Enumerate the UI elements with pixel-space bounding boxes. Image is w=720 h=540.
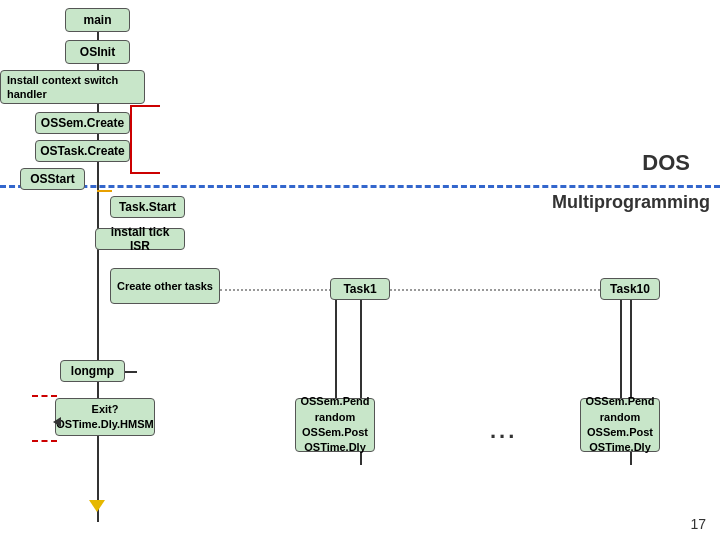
install-context-box: Install context switch handler [0,70,145,104]
red-bracket-left [130,105,132,173]
installtick-box: install tick ISR [95,228,185,250]
ossemcreate-box: OSSem.Create [35,112,130,134]
exit-dash-2 [32,440,57,442]
dotted-connector-2 [390,289,600,291]
osstart-connector [97,190,112,192]
osstart-box: OSStart [20,168,85,190]
taskstart-box: Task.Start [110,196,185,218]
ossempend2-box: OSSem.Pend random OSSem.Post OSTime.Dly [580,398,660,452]
dotted-connector-1 [220,289,335,291]
ossempend1-box: OSSem.Pend random OSSem.Post OSTime.Dly [295,398,375,452]
main-box: main [65,8,130,32]
exit-left-arrow [53,417,61,427]
page-number: 17 [690,516,706,532]
ellipsis-dots: ... [490,418,517,444]
osinit-box: OSInit [65,40,130,64]
red-bracket-top [130,105,160,107]
main-vline [97,32,99,522]
dashed-divider [0,185,720,188]
longmp-box: longmp [60,360,125,382]
createothertasks-box: Create other tasks [110,268,220,304]
task1-connector [335,300,337,400]
task10-box: Task10 [600,278,660,300]
exit-dash-1 [32,395,57,397]
task1-box: Task1 [330,278,390,300]
task10-connector [620,300,622,400]
red-bracket-bottom [130,172,160,174]
multiprogramming-label: Multiprogramming [552,192,710,213]
dos-label: DOS [642,150,690,176]
ostaskcreate-box: OSTask.Create [35,140,130,162]
down-arrow [89,500,105,512]
exit-box: Exit? OSTime.Dly.HMSM [55,398,155,436]
